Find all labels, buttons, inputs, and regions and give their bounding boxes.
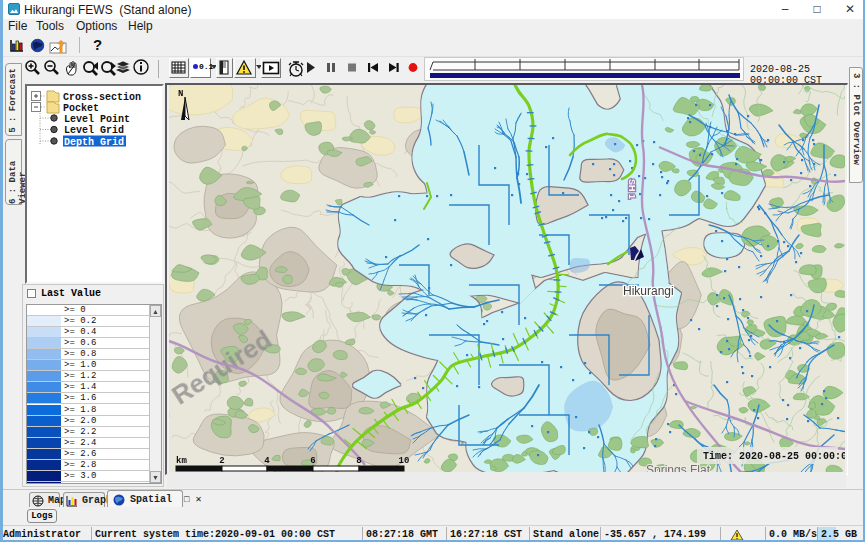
svg-text:6: 6 [310,456,315,466]
svg-text:10: 10 [399,456,410,466]
svg-text:Depth Grid: Depth Grid [64,137,124,148]
svg-text:Hikurangi: Hikurangi [623,284,674,298]
svg-text:Cross-section: Cross-section [63,92,141,103]
svg-text:Springs Flat: Springs Flat [646,463,711,472]
svg-text:N: N [178,89,183,99]
svg-text:Pocket: Pocket [63,103,99,114]
svg-text:2: 2 [219,456,224,466]
svg-text:Time: 2020-08-25 00:00:00 CST: Time: 2020-08-25 00:00:00 CST [703,451,845,462]
svg-text:SH 1: SH 1 [627,179,637,199]
svg-text:Level Grid: Level Grid [64,125,124,136]
svg-text:8: 8 [356,456,361,466]
svg-text:4: 4 [264,456,270,466]
svg-text:km: km [176,456,187,466]
svg-text:Level Point: Level Point [64,114,130,125]
